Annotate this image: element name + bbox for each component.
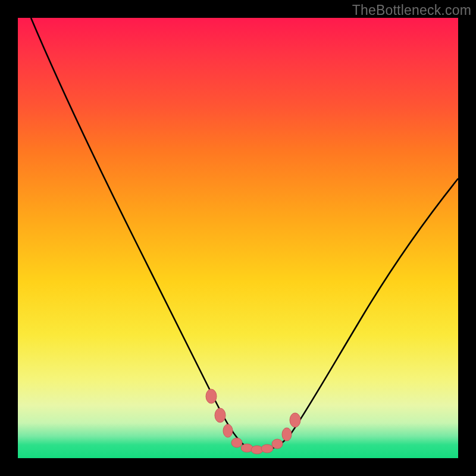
marker-right-low bbox=[282, 428, 292, 441]
marker-left-low bbox=[223, 424, 233, 437]
marker-left-mid bbox=[215, 408, 226, 422]
chart-frame: TheBottleneck.com bbox=[0, 0, 476, 476]
marker-left-upper bbox=[206, 389, 217, 403]
marker-right-upper bbox=[290, 413, 300, 427]
marker-bottom-4 bbox=[261, 444, 273, 453]
bottleneck-curve-svg bbox=[18, 18, 458, 458]
bottleneck-curve bbox=[31, 18, 458, 450]
plot-area bbox=[18, 18, 458, 458]
marker-bottom-5 bbox=[272, 439, 283, 449]
watermark-text: TheBottleneck.com bbox=[352, 2, 471, 18]
marker-bottom-1 bbox=[231, 438, 242, 447]
markers-group bbox=[206, 389, 300, 454]
